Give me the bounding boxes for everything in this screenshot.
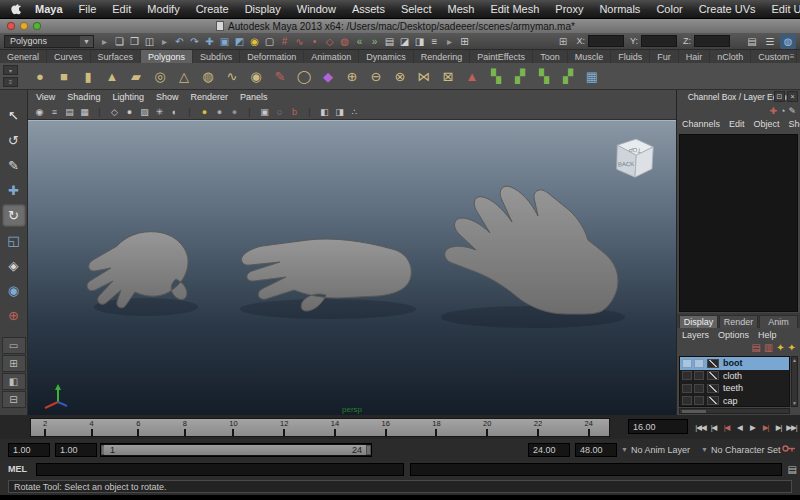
- step-back-key-button[interactable]: |◀: [720, 418, 733, 436]
- subdiv-proxy-icon[interactable]: ◆: [316, 64, 340, 88]
- manipulator-icon[interactable]: ✚: [769, 106, 777, 116]
- menubar-item[interactable]: Maya: [27, 0, 71, 18]
- layout-single-pane-button[interactable]: ▭: [2, 337, 26, 354]
- layer-color-swatch[interactable]: [707, 371, 719, 380]
- go-to-start-button[interactable]: |◀◀: [694, 418, 707, 436]
- layer-color-swatch[interactable]: [707, 359, 719, 368]
- channel-box-menu-item[interactable]: Show: [789, 119, 800, 129]
- sculpt-geometry-icon[interactable]: ✎: [268, 64, 292, 88]
- share-nodes-icon[interactable]: ∴: [347, 105, 362, 119]
- layer-row[interactable]: cloth: [680, 370, 789, 383]
- command-line-result[interactable]: [410, 463, 782, 476]
- range-end-handle[interactable]: [366, 445, 371, 455]
- poly-helix-icon[interactable]: ∿: [220, 64, 244, 88]
- go-to-end-button[interactable]: ▶▶|: [785, 418, 798, 436]
- isolate-select-icon[interactable]: ▣: [257, 105, 272, 119]
- current-frame-field[interactable]: [628, 419, 688, 434]
- shelf-tab[interactable]: Fluids: [611, 50, 650, 63]
- shadows-icon[interactable]: ◐: [167, 105, 182, 119]
- layer-row[interactable]: boot: [680, 357, 789, 370]
- layer-row[interactable]: cap: [680, 395, 789, 408]
- poly-pipe-icon[interactable]: ◍: [196, 64, 220, 88]
- step-forward-frame-button[interactable]: ▶|: [772, 418, 785, 436]
- apple-icon[interactable]: [10, 3, 21, 16]
- snap-point-icon[interactable]: •: [307, 34, 322, 49]
- poly-soccer-ball-icon[interactable]: ◉: [244, 64, 268, 88]
- animation-end-field[interactable]: 48.00: [575, 443, 617, 457]
- layout-split-left-button[interactable]: ◧: [2, 373, 26, 390]
- separator[interactable]: |: [242, 105, 257, 119]
- layer-editor-menu-item[interactable]: Help: [758, 330, 777, 340]
- collapse-arrow-icon[interactable]: ▸: [157, 34, 172, 49]
- shelf-tab[interactable]: Hair: [679, 50, 711, 63]
- layer-display-type-toggle[interactable]: [694, 396, 704, 405]
- menubar-item[interactable]: Select: [393, 0, 440, 18]
- average-vertices-icon[interactable]: ▞: [508, 64, 532, 88]
- menubar-item[interactable]: Proxy: [547, 0, 591, 18]
- shelf-tab[interactable]: PaintEffects: [470, 50, 533, 63]
- new-layer-assigned-icon[interactable]: ▥: [764, 342, 773, 353]
- highlight-selection-icon[interactable]: ▢: [262, 34, 277, 49]
- select-hierarchy-icon[interactable]: ✚: [202, 34, 217, 49]
- layer-color-swatch[interactable]: [707, 384, 719, 393]
- shelf-tab[interactable]: General: [0, 50, 47, 63]
- dock-icon[interactable]: ⊡: [774, 91, 785, 102]
- smooth-mesh-icon[interactable]: ◯: [292, 64, 316, 88]
- menubar-item[interactable]: Display: [237, 0, 289, 18]
- viewport-renderer-icon[interactable]: b: [287, 105, 302, 119]
- material-ball-icon[interactable]: ●: [212, 105, 227, 119]
- channel-box-menu-item[interactable]: Object: [754, 119, 780, 129]
- animation-start-field[interactable]: 1.00: [8, 443, 50, 457]
- lamp-layer-selected-icon[interactable]: ✦: [788, 342, 796, 353]
- bookmark-icon[interactable]: ▤: [62, 105, 77, 119]
- show-manipulator-tool[interactable]: ⊕: [2, 304, 26, 327]
- shelf-menu-icon[interactable]: ≡: [3, 77, 18, 87]
- pencil-icon[interactable]: ✎: [788, 106, 796, 116]
- poly-cube-icon[interactable]: ■: [52, 64, 76, 88]
- shelf-tab[interactable]: nCloth: [710, 50, 751, 63]
- move-tool[interactable]: ✚: [2, 179, 26, 202]
- layout-split-bottom-button[interactable]: ⊟: [2, 391, 26, 408]
- snap-plane-icon[interactable]: ◇: [322, 34, 337, 49]
- separator[interactable]: |: [92, 105, 107, 119]
- playback-start-field[interactable]: 1.00: [55, 443, 97, 457]
- menubar-item[interactable]: Window: [289, 0, 344, 18]
- play-backwards-button[interactable]: ◀: [733, 418, 746, 436]
- range-bar[interactable]: 1 24: [104, 445, 368, 455]
- image-plane-icon[interactable]: ▦: [77, 105, 92, 119]
- shelf-tab[interactable]: Subdivs: [193, 50, 240, 63]
- panel-menu-item[interactable]: Panels: [240, 92, 276, 102]
- character-set-dropdown[interactable]: No Character Set: [711, 443, 781, 457]
- new-scene-icon[interactable]: ❏: [112, 34, 127, 49]
- texture-ball-icon[interactable]: ●: [227, 105, 242, 119]
- anim-layer-dropdown[interactable]: No Anim Layer: [631, 443, 690, 457]
- menubar-item[interactable]: Assets: [344, 0, 393, 18]
- combine-icon[interactable]: ⊕: [340, 64, 364, 88]
- lamp-layer-icon[interactable]: ✦: [776, 342, 784, 353]
- tool-settings-icon[interactable]: ☰: [762, 34, 778, 49]
- save-scene-icon[interactable]: ◫: [142, 34, 157, 49]
- shelf-tab[interactable]: Toon: [533, 50, 568, 63]
- quick-selection-icon[interactable]: ⊞: [457, 34, 472, 49]
- output-connections-icon[interactable]: »: [367, 34, 382, 49]
- view-cube[interactable]: TOP BACK: [610, 131, 659, 185]
- panel-menu-item[interactable]: View: [36, 92, 63, 102]
- scene-cube-icon[interactable]: ◧: [317, 105, 332, 119]
- shelf-tab[interactable]: Rendering: [414, 50, 471, 63]
- layer-visibility-toggle[interactable]: [682, 384, 692, 393]
- layer-list-vertical-scrollbar[interactable]: ▲▼: [791, 356, 798, 407]
- shelf-tab[interactable]: Curves: [47, 50, 91, 63]
- menubar-item[interactable]: Edit: [104, 0, 139, 18]
- xray-icon[interactable]: ◌: [272, 105, 287, 119]
- lasso-tool[interactable]: ↺: [2, 129, 26, 152]
- channel-list-area[interactable]: [679, 134, 798, 312]
- paint-weights-icon[interactable]: ▞: [556, 64, 580, 88]
- layer-color-swatch[interactable]: [707, 396, 719, 405]
- layer-display-type-toggle[interactable]: [694, 371, 704, 380]
- z-input[interactable]: [694, 35, 730, 47]
- channel-box-icon[interactable]: ◍: [780, 34, 796, 49]
- layer-editor-tab[interactable]: Render: [719, 315, 758, 328]
- mirror-geometry-icon[interactable]: ⋈: [412, 64, 436, 88]
- layer-list-horizontal-scrollbar[interactable]: [679, 408, 790, 414]
- poly-pyramid-icon[interactable]: △: [172, 64, 196, 88]
